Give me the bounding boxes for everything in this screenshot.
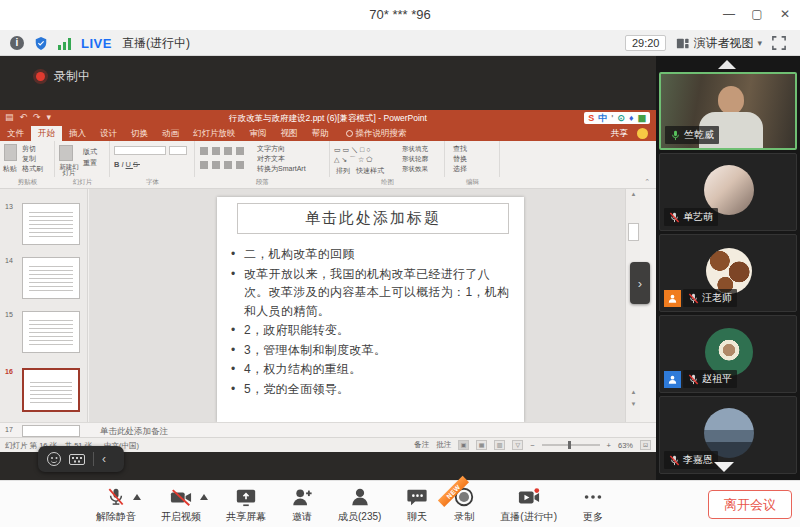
participant-tile-speaking[interactable]: 竺乾威 — [659, 72, 797, 150]
tell-me-search[interactable]: 操作说明搜索 — [346, 126, 407, 141]
tab-file[interactable]: 文件 — [0, 126, 31, 141]
fit-slide-button[interactable]: ⊡ — [640, 440, 651, 450]
smiley-icon[interactable] — [637, 128, 648, 139]
livestream-button[interactable]: 直播(进行中) — [500, 486, 557, 524]
comments-toggle[interactable]: 批注 — [436, 440, 451, 450]
invite-button[interactable]: 邀请 — [291, 486, 313, 524]
unmute-button[interactable]: 解除静音 — [96, 486, 136, 524]
participant-tile[interactable]: 单艺萌 — [659, 153, 797, 231]
tab-home[interactable]: 开始 — [31, 126, 62, 141]
slide-thumbnail-14[interactable] — [22, 257, 80, 299]
ime-board-icon[interactable]: ▦ — [637, 113, 646, 123]
shapes-gallery-row1[interactable]: ▭ ▭ ＼ □ ○ — [334, 145, 370, 154]
slideshow-view-button[interactable]: ▽ — [512, 440, 523, 450]
shapes-gallery-row2[interactable]: △ ↘ ⌒ ☆ ⬠ — [334, 155, 372, 164]
scrollbar-thumb[interactable] — [628, 223, 639, 241]
tab-view[interactable]: 视图 — [274, 126, 305, 141]
paste-label[interactable]: 粘贴 — [3, 164, 17, 173]
ime-logo-icon[interactable]: S — [588, 113, 594, 123]
new-slide-icon[interactable] — [59, 145, 73, 161]
font-name-box[interactable] — [114, 146, 166, 155]
participant-tile[interactable]: 汪老师 — [659, 234, 797, 312]
members-button[interactable]: 成员(235) — [338, 486, 381, 524]
tab-slideshow[interactable]: 幻灯片放映 — [186, 126, 243, 141]
slide-body-text[interactable]: 二，机构改革的回顾 改革开放以来，我国的机构改革已经进行了八次。改革涉及的内容基… — [229, 245, 513, 399]
network-signal-icon[interactable] — [58, 37, 71, 50]
ime-tool-icon[interactable]: ♦ — [629, 113, 634, 123]
underline-button[interactable]: U — [126, 160, 133, 169]
layout-button[interactable]: 版式 — [83, 147, 97, 156]
participant-tile[interactable]: 赵祖平 — [659, 315, 797, 393]
slide-thumbnail-17-partial[interactable] — [22, 425, 80, 437]
current-slide[interactable]: 单击此处添加标题 二，机构改革的回顾 改革开放以来，我国的机构改革已经进行了八次… — [217, 197, 524, 422]
zoom-in-button[interactable]: + — [607, 441, 611, 450]
strikethrough-button[interactable]: S — [133, 160, 140, 169]
start-video-button[interactable]: 开启视频 — [161, 486, 201, 524]
slide-thumbnail-16-selected[interactable] — [22, 368, 80, 412]
font-style-buttons[interactable]: BIUS — [114, 160, 140, 169]
chat-button[interactable]: 聊天 — [406, 486, 428, 524]
security-shield-icon[interactable] — [34, 36, 48, 51]
list-buttons[interactable] — [200, 147, 246, 155]
shape-fill-button[interactable]: 形状填充 — [402, 144, 428, 153]
tab-design[interactable]: 设计 — [93, 126, 124, 141]
new-slide-label[interactable]: 新建幻灯片 — [57, 164, 81, 176]
align-buttons[interactable] — [200, 161, 246, 169]
zoom-slider-handle[interactable] — [568, 441, 571, 449]
quick-styles-button[interactable]: 快速样式 — [356, 166, 384, 175]
more-button[interactable]: 更多 — [582, 486, 604, 524]
slide-thumbnail-13[interactable] — [22, 203, 80, 245]
align-text-button[interactable]: 对齐文本 — [257, 154, 285, 163]
record-button[interactable]: NEW 录制 — [453, 486, 475, 524]
normal-view-button[interactable]: ▣ — [458, 440, 469, 450]
select-button[interactable]: 选择 — [453, 164, 467, 173]
zoom-slider[interactable] — [542, 444, 600, 446]
tab-insert[interactable]: 插入 — [62, 126, 93, 141]
copy-button[interactable]: 复制 — [22, 154, 36, 163]
font-size-box[interactable] — [169, 146, 187, 155]
slide-title-placeholder[interactable]: 单击此处添加标题 — [237, 203, 509, 234]
sidebar-collapse-handle[interactable]: › — [630, 262, 650, 304]
ime-chinese-icon[interactable]: 中 — [598, 112, 607, 125]
scroll-up-arrow-icon[interactable]: ▲ — [626, 191, 641, 197]
ime-punct-icon[interactable]: ' — [611, 113, 613, 123]
meeting-info-icon[interactable]: i — [10, 36, 24, 50]
emoji-reaction-icon[interactable] — [47, 452, 61, 466]
scroll-down-arrow[interactable] — [714, 462, 734, 472]
ime-emoji-icon[interactable]: ⊙ — [617, 113, 625, 123]
video-options-caret[interactable] — [200, 494, 208, 500]
keyboard-icon[interactable] — [69, 454, 85, 465]
zoom-percentage[interactable]: 63% — [618, 441, 633, 450]
canvas-scrollbar[interactable]: ▲ ▲ ▼ — [625, 189, 640, 422]
next-slide-icon[interactable]: ▼ — [626, 401, 641, 407]
notes-toggle[interactable]: 备注 — [414, 440, 429, 450]
slide-sorter-view-button[interactable]: ▦ — [476, 440, 487, 450]
input-method-toolbar[interactable]: S 中 ' ⊙ ♦ ▦ — [584, 112, 650, 124]
fullscreen-icon[interactable] — [772, 36, 786, 50]
format-painter-button[interactable]: 格式刷 — [22, 164, 43, 173]
notes-pane[interactable]: 17 单击此处添加备注 — [0, 422, 656, 437]
shape-effects-button[interactable]: 形状效果 — [402, 164, 428, 173]
previous-slide-icon[interactable]: ▲ — [626, 389, 641, 395]
reading-view-button[interactable]: ▥ — [494, 440, 505, 450]
scroll-up-arrow[interactable] — [718, 60, 736, 69]
shape-outline-button[interactable]: 形状轮廓 — [402, 154, 428, 163]
maximize-icon[interactable]: ▢ — [748, 5, 766, 23]
leave-meeting-button[interactable]: 离开会议 — [708, 490, 792, 519]
cut-button[interactable]: 剪切 — [22, 144, 36, 153]
smartart-button[interactable]: 转换为SmartArt — [257, 164, 306, 173]
tab-review[interactable]: 审阅 — [243, 126, 274, 141]
replace-button[interactable]: 替换 — [453, 154, 467, 163]
ppt-share-button[interactable]: 共享 — [611, 126, 628, 141]
close-icon[interactable]: ✕ — [776, 5, 794, 23]
tab-transitions[interactable]: 切换 — [124, 126, 155, 141]
paste-icon[interactable] — [4, 144, 17, 161]
tab-help[interactable]: 帮助 — [305, 126, 336, 141]
share-screen-button[interactable]: 共享屏幕 — [226, 486, 266, 524]
slide-thumbnail-15[interactable] — [22, 311, 80, 353]
slide-editing-canvas[interactable]: 单击此处添加标题 二，机构改革的回顾 改革开放以来，我国的机构改革已经进行了八次… — [89, 189, 640, 422]
slide-thumbnail-panel[interactable]: 13 14 15 16 17 — [0, 189, 88, 422]
reset-button[interactable]: 重置 — [83, 158, 97, 167]
arrange-button[interactable]: 排列 — [336, 166, 350, 175]
minimize-icon[interactable]: — — [720, 5, 738, 23]
